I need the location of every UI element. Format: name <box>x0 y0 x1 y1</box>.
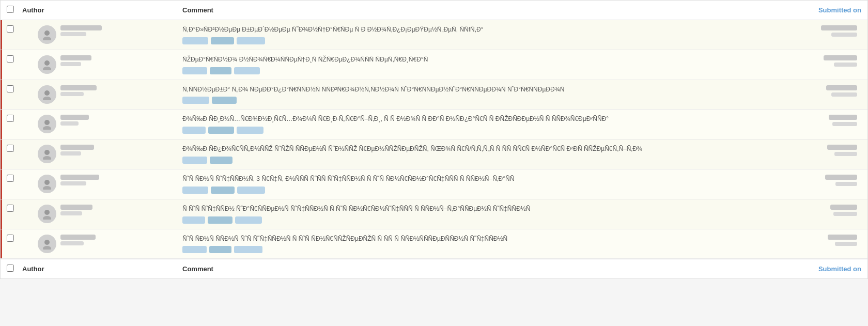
comment-tag[interactable] <box>208 216 233 224</box>
submitted-sub-bar <box>835 242 857 246</box>
comment-tag[interactable] <box>182 216 205 224</box>
author-name-bar <box>60 85 97 90</box>
row-checkbox[interactable] <box>7 25 14 33</box>
row-checkbox[interactable] <box>7 235 14 242</box>
comment-tag[interactable] <box>182 246 207 253</box>
author-section <box>22 115 182 133</box>
author-sub-bar <box>60 211 82 215</box>
submitted-date-bar <box>825 175 857 180</box>
avatar <box>38 85 56 104</box>
header-checkbox-col[interactable] <box>7 6 22 14</box>
author-sub-bar <box>60 32 86 36</box>
comment-tag[interactable] <box>210 157 233 164</box>
table-row: Ñ,ÑÑÐ½ÐµÐ±Ð° Ñ„Ð¾ ÑÐµÐÐ°Ð¿Ð°Ñ€ÑÑÐ½Ñ ÑÑÐ²… <box>1 80 867 110</box>
footer-checkbox-col[interactable] <box>7 265 22 273</box>
row-checkbox-col[interactable] <box>7 145 22 153</box>
comment-tag[interactable] <box>182 157 207 164</box>
comment-section: ÑŽÐµÐ°Ñ€ÑÐ½Ð¾ Ð½ÑÐ¾Ñ€Ð¼ÑÑÐµÑ†Ð¸Ñ ÑŽÑ€ÐµÐ… <box>182 55 748 74</box>
footer-comment: Comment <box>182 265 748 273</box>
author-sub-bar <box>60 62 81 66</box>
row-checkbox[interactable] <box>7 145 14 152</box>
svg-point-9 <box>43 156 51 160</box>
comment-tag[interactable] <box>182 37 208 44</box>
table-row: Ñ,Ð°Ð»ÑÐ²Ð½ÐµÐµ Ð±ÐµÐ´Ð½ÐµÐµ Ñ˜Ð¾Ð½Ñ†Ð°Ñ… <box>1 20 867 50</box>
author-header-label: Author <box>22 6 44 14</box>
avatar <box>38 25 56 44</box>
comment-tag[interactable] <box>237 187 265 194</box>
submitted-footer-label: Submitted on <box>818 265 861 273</box>
comment-section: Ð¾Ñ‰Ð ÑÐ¿Ð¾Ñ€ÑÑ„Ð½ÑÑŽ Ñ˜ÑŽÑ ÑÑÐµÐ½Ñ Ñ˜Ð½… <box>182 145 748 164</box>
footer-submitted[interactable]: Submitted on <box>748 265 861 273</box>
row-checkbox-col[interactable] <box>7 235 22 243</box>
author-section <box>22 235 182 253</box>
comment-tags <box>182 157 748 164</box>
row-checkbox-col[interactable] <box>7 25 22 34</box>
comment-tag[interactable] <box>182 67 207 74</box>
submitted-section <box>748 205 861 216</box>
comment-tag[interactable] <box>237 37 265 44</box>
avatar <box>38 55 56 74</box>
comment-text: Ð¾Ñ‰Ð ÑÐ¸Ð½Ñ…Ñ€Ð¾Ð½Ð¸Ñ€Ñ…Ð¾Ð¼Ñ Ñ€Ð¸Ð·Ñ„Ñ… <box>182 115 748 123</box>
comment-tag[interactable] <box>210 67 231 74</box>
row-checkbox[interactable] <box>7 55 14 63</box>
submitted-date-bar <box>827 145 857 150</box>
row-left-border <box>1 110 2 139</box>
row-checkbox-col[interactable] <box>7 175 22 183</box>
row-checkbox-col[interactable] <box>7 115 22 123</box>
comment-tag[interactable] <box>234 67 260 74</box>
submitted-sub-bar <box>831 92 857 97</box>
submitted-section <box>748 145 861 156</box>
row-left-border <box>1 229 2 259</box>
row-checkbox-col[interactable] <box>7 85 22 94</box>
comment-text: Ñ,ÑÑÐ½ÐµÐ±Ð° Ñ„Ð¾ ÑÐµÐÐ°Ð¿Ð°Ñ€ÑÑÐ½Ñ ÑÑÐ²… <box>182 85 748 94</box>
author-section <box>22 205 182 223</box>
author-sub-bar <box>60 92 84 96</box>
comment-tag[interactable] <box>208 127 234 134</box>
comment-tag[interactable] <box>182 187 208 194</box>
comment-tag[interactable] <box>237 127 264 134</box>
row-checkbox-col[interactable] <box>7 55 22 64</box>
svg-point-3 <box>43 67 51 70</box>
row-checkbox[interactable] <box>7 115 14 122</box>
comment-tag[interactable] <box>211 187 235 194</box>
comment-tag[interactable] <box>235 216 262 224</box>
comment-tag[interactable] <box>182 97 209 104</box>
submitted-sub-bar <box>832 122 857 126</box>
author-info <box>60 115 89 126</box>
avatar <box>38 175 56 193</box>
submitted-section <box>748 235 861 246</box>
comment-text: Ñ Ñ˜Ñ Ñ˜Ñ‡ÑÑÐ½ Ñ˜Ð°Ñ€ÑÑÐµÐ½Ñ Ñ˜Ñ‡ÑÑÐ½Ñ Ñ… <box>182 205 748 213</box>
svg-point-13 <box>43 216 51 220</box>
submitted-date-bar <box>828 235 857 240</box>
comment-section: Ñ,Ð°Ð»ÑÐ²Ð½ÐµÐµ Ð±ÐµÐ´Ð½ÐµÐµ Ñ˜Ð¾Ð½Ñ†Ð°Ñ… <box>182 25 748 44</box>
comment-tag[interactable] <box>209 246 231 253</box>
submitted-header-label: Submitted on <box>818 6 861 14</box>
comment-tag[interactable] <box>182 127 206 134</box>
header-comment: Comment <box>182 6 748 14</box>
table-row: Ð¾Ñ‰Ð ÑÐ¸Ð½Ñ…Ñ€Ð¾Ð½Ð¸Ñ€Ñ…Ð¾Ð¼Ñ Ñ€Ð¸Ð·Ñ„Ñ… <box>1 110 867 139</box>
table-header: Author Comment Submitted on <box>1 1 867 20</box>
row-checkbox[interactable] <box>7 205 14 212</box>
comment-tags <box>182 37 748 44</box>
author-name-bar <box>60 145 94 150</box>
svg-point-11 <box>43 186 51 190</box>
comment-tag[interactable] <box>234 246 262 253</box>
header-submitted[interactable]: Submitted on <box>748 6 861 14</box>
row-left-border <box>1 20 2 50</box>
author-section <box>22 145 182 163</box>
row-checkbox[interactable] <box>7 175 14 182</box>
comment-tag[interactable] <box>212 97 237 104</box>
select-all-checkbox[interactable] <box>7 6 14 13</box>
row-checkbox-col[interactable] <box>7 205 22 213</box>
table-row: ÑŽÐµÐ°Ñ€ÑÐ½Ð¾ Ð½ÑÐ¾Ñ€Ð¼ÑÑÐµÑ†Ð¸Ñ ÑŽÑ€ÐµÐ… <box>1 50 867 80</box>
footer-select-all-checkbox[interactable] <box>7 265 14 272</box>
author-footer-label: Author <box>22 265 44 273</box>
svg-point-0 <box>44 30 50 36</box>
row-checkbox[interactable] <box>7 85 14 92</box>
comment-text: Ñ˜Ñ ÑÐ½Ñ Ñ˜Ñ‡ÑÑÐ½Ñ, 3 Ñ€Ñ‡Ñ, Ð½ÑÑÑ Ñ˜ÑÑ … <box>182 175 748 183</box>
svg-point-5 <box>43 97 51 100</box>
author-section <box>22 25 182 44</box>
comment-tag[interactable] <box>211 37 234 44</box>
avatar <box>38 205 56 223</box>
author-info <box>60 25 102 36</box>
